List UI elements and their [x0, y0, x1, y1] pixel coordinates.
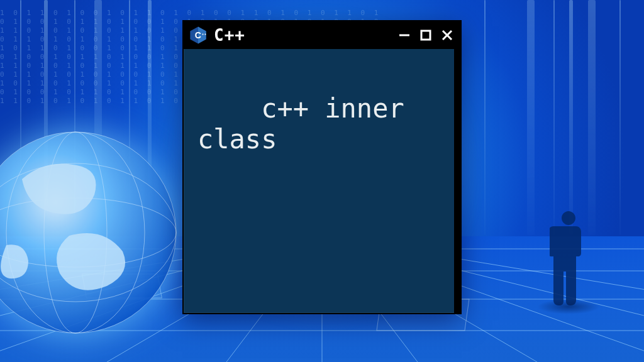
- close-button[interactable]: [440, 28, 454, 42]
- terminal-window: C ++ C++ c++ i: [182, 20, 462, 314]
- svg-text:C: C: [195, 30, 202, 40]
- standing-person-silhouette: [550, 211, 587, 305]
- terminal-body[interactable]: c++ inner class: [184, 49, 460, 313]
- svg-text:++: ++: [202, 32, 207, 36]
- svg-rect-28: [421, 31, 430, 40]
- maximize-icon: [419, 29, 432, 41]
- globe-decoration: [0, 119, 189, 346]
- window-controls: [397, 28, 454, 42]
- window-titlebar[interactable]: C ++ C++: [184, 21, 460, 49]
- minimize-button[interactable]: [397, 28, 411, 42]
- window-title: C++: [214, 26, 397, 45]
- terminal-text: c++ inner class: [197, 93, 420, 155]
- minimize-icon: [398, 29, 411, 41]
- maximize-button[interactable]: [419, 28, 433, 42]
- cpp-logo-icon: C ++: [189, 26, 208, 45]
- close-icon: [441, 29, 453, 41]
